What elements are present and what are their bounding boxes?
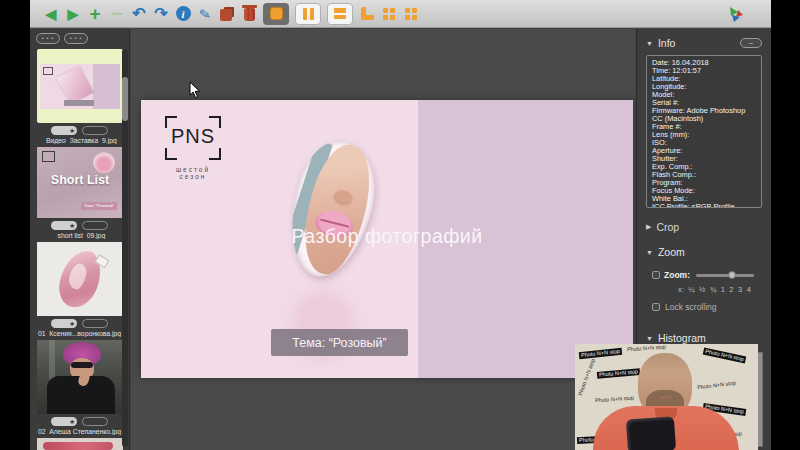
scale-stop: 4 (747, 285, 751, 294)
pns-mini-logo (42, 151, 55, 162)
trash-icon[interactable] (241, 3, 257, 25)
zoom-checkbox[interactable] (652, 271, 660, 279)
cascade-windows-icon[interactable] (403, 3, 419, 25)
tile-windows-icon[interactable] (381, 3, 397, 25)
torn-paper-graphic (277, 133, 386, 286)
single-view-icon (270, 7, 283, 20)
dots-button-a[interactable]: • • • (36, 33, 60, 44)
app-logo-icon (727, 3, 745, 25)
disclosure-down-icon: ▼ (646, 40, 653, 47)
pns-logo: PNS (165, 116, 221, 160)
remove-icon[interactable]: − (109, 3, 125, 25)
info-collapse-button[interactable]: – (740, 38, 762, 48)
thumbnail-overlay-title: Short List (37, 173, 123, 187)
preview-canvas: PNS шестой сезон Разбор фотографий Тема:… (131, 29, 635, 450)
exif-line: ICC Profile: sRGB Profile (652, 203, 756, 208)
zoom-checkbox-label: Zoom: (664, 270, 690, 280)
info-section-label: Info (658, 37, 676, 49)
person-phone (626, 416, 676, 450)
histogram-section-header[interactable]: ▼ Histogram (646, 332, 762, 344)
stacked-bars-icon (334, 8, 346, 19)
zoom-slider[interactable] (696, 274, 754, 277)
screen: ◀ ▶ + − ↶ ↷ i ✎ (0, 0, 800, 450)
background-detail (49, 340, 55, 380)
slide-title: Разбор фотографий (141, 225, 633, 248)
copy-sheets (220, 9, 232, 21)
banner-text: Photo N+N stop (577, 358, 596, 397)
thumbnail[interactable]: Short List Тема: “Розовый” (37, 147, 123, 218)
slide-theme-label: Тема: “Розовый” (271, 329, 408, 356)
zoom-section-header[interactable]: ▼ Zoom (646, 246, 762, 258)
webcam-overlay: Photo N+N stop Photo N+N stop Photo N+N … (575, 344, 758, 450)
thumbnail-partial[interactable] (37, 438, 123, 450)
trash-can (244, 8, 255, 21)
lock-scrolling-label: Lock scrolling (665, 302, 717, 312)
toolbar: ◀ ▶ + − ↶ ↷ i ✎ (30, 0, 771, 28)
sidebar-scrollbar[interactable] (122, 49, 128, 447)
two-up-view-button[interactable] (295, 3, 321, 25)
scale-stop: ¾ (710, 285, 716, 294)
thumbnail-image (40, 64, 120, 109)
copy-icon[interactable] (219, 3, 235, 25)
banner-text: Photo N+N stop (579, 348, 622, 359)
zoom-section-label: Zoom (658, 246, 685, 258)
thumbnail[interactable] (37, 242, 123, 316)
banner-text: Photo N+N stop (697, 380, 736, 391)
single-view-button[interactable] (263, 3, 289, 25)
scale-stop: 2 (729, 285, 733, 294)
scale-stop: ½ (699, 285, 705, 294)
person-mouth (659, 396, 672, 399)
bar (310, 8, 314, 20)
thumbnail-image (71, 362, 93, 368)
previewed-photo[interactable]: PNS шестой сезон Разбор фотографий Тема:… (141, 100, 633, 378)
lock-scrolling-checkbox[interactable] (652, 303, 660, 311)
thumbnail-selected[interactable] (37, 49, 123, 123)
exif-line: Lens (mm): (652, 131, 756, 139)
thumbnail-controls: ★ (30, 221, 129, 230)
thumbnail-filename: _short list_09.jpg (30, 232, 129, 239)
thumbnail-controls: ★ (30, 126, 129, 135)
info-section-header[interactable]: ▼ Info – (646, 37, 762, 49)
exif-info-box: Date: 16.04.2018 Time: 12:01:57 Latitude… (646, 55, 762, 208)
rotate-view-icon[interactable] (359, 3, 375, 25)
thumbnail-sidebar: • • • • • • ★ _Видео_Заставка_9.jpg Shor… (30, 29, 130, 450)
crop-section-label: Crop (656, 221, 679, 233)
lock-scrolling-row: Lock scrolling (652, 302, 762, 312)
banner-text: Photo N+N stop (597, 368, 640, 379)
tag-pill[interactable]: ★ (51, 319, 77, 328)
slide-subtitle: шестой сезон (165, 166, 221, 180)
tag-pill[interactable]: ★ (51, 417, 77, 426)
tag-pill[interactable]: ★ (51, 126, 77, 135)
scrollbar-thumb[interactable] (122, 77, 128, 121)
thumbnail-controls: ★ (30, 319, 129, 328)
crop-section-header[interactable]: ▶ Crop (646, 221, 762, 233)
grid-squares (405, 8, 417, 20)
sidebar-top-buttons: • • • • • • (30, 29, 129, 46)
tag-pill[interactable]: ★ (51, 221, 77, 230)
thumbnail-badge: Тема: “Розовый” (81, 202, 117, 210)
stacked-view-button[interactable] (327, 3, 353, 25)
scale-prefix: x: (678, 285, 684, 294)
thumbnail-controls: ★ (30, 417, 129, 426)
next-photo-icon[interactable]: ▶ (65, 3, 81, 25)
class-pill[interactable] (82, 221, 108, 230)
undo-icon[interactable]: ↶ (131, 3, 147, 25)
add-icon[interactable]: + (87, 3, 103, 25)
thumbnail[interactable] (37, 340, 123, 414)
disclosure-right-icon: ▶ (646, 223, 651, 231)
thumbnail-image (43, 442, 113, 450)
redo-icon[interactable]: ↷ (153, 3, 169, 25)
class-pill[interactable] (82, 417, 108, 426)
disclosure-down-icon: ▼ (646, 335, 653, 342)
class-pill[interactable] (82, 126, 108, 135)
banner-text: Photo N+N stop (703, 348, 747, 364)
dots-button-b[interactable]: • • • (64, 33, 88, 44)
info-icon[interactable]: i (175, 3, 191, 25)
banner-text: Photo N+N stop (627, 344, 666, 352)
thumbnail-image (93, 151, 115, 173)
previous-photo-icon[interactable]: ◀ (43, 3, 59, 25)
zoom-slider-knob[interactable] (728, 271, 736, 279)
scale-stop: 1 (721, 285, 725, 294)
class-pill[interactable] (82, 319, 108, 328)
brush-icon[interactable]: ✎ (195, 1, 215, 25)
